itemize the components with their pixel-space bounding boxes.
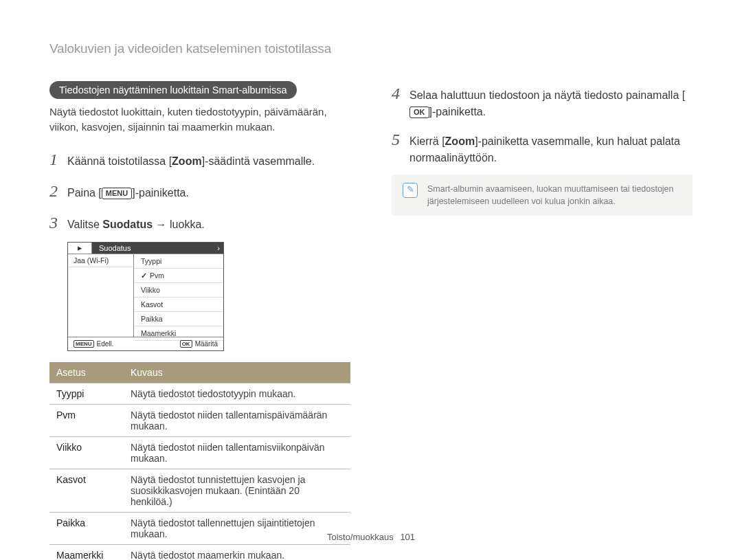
ok-key-icon: OK [180, 340, 192, 348]
screenshot-footer-right-label: Määritä [195, 340, 218, 348]
table-row: ViikkoNäytä tiedostot niiden tallentamis… [49, 437, 350, 469]
menu-key-icon: MENU [74, 340, 94, 348]
info-icon: ✎ [403, 183, 418, 198]
camera-ui-screenshot: ▸ Suodatus › Jaa (Wi-Fi) Tyyppi Pvm Viik… [67, 242, 224, 352]
table-row: MaamerkkiNäytä tiedostot maamerkin mukaa… [49, 545, 350, 560]
step-2: 2 Paina [MENU]-painiketta. [49, 179, 350, 203]
options-table: Asetus Kuvaus TyyppiNäytä tiedostot tied… [49, 362, 350, 560]
table-cell: Tyyppi [49, 383, 124, 405]
steps-list-left: 1 Käännä toistotilassa [Zoom]-säädintä v… [49, 147, 350, 235]
step-text: Valitse [67, 219, 102, 230]
chevron-right-icon: › [214, 243, 223, 254]
screenshot-right-pane: Tyyppi Pvm Viikko Kasvot Paikka Maamerkk… [134, 254, 223, 337]
table-cell: Kasvot [49, 469, 124, 513]
step-number: 2 [49, 179, 67, 203]
screenshot-left-item: Jaa (Wi-Fi) [68, 254, 133, 267]
screenshot-right-item-selected: Pvm [134, 269, 223, 283]
ok-key-icon: OK [409, 107, 429, 118]
right-column: 4 Selaa haluttuun tiedostoon ja näytä ti… [392, 81, 693, 560]
intro-text: Näytä tiedostot luokittain, kuten tiedos… [49, 104, 350, 135]
table-cell: Viikko [49, 437, 124, 469]
table-header: Asetus [49, 362, 124, 383]
screenshot-left-pane: Jaa (Wi-Fi) [68, 254, 134, 337]
page-footer: Toisto/muokkaus 101 [0, 532, 742, 542]
play-mode-icon: ▸ [68, 243, 92, 254]
step-text: ]-säädintä vasemmalle. [202, 155, 315, 167]
step-number: 1 [49, 147, 67, 172]
step-text: Paina [ [67, 187, 102, 199]
screenshot-title: Suodatus [92, 243, 214, 254]
step-1: 1 Käännä toistotilassa [Zoom]-säädintä v… [49, 147, 350, 172]
table-row: PvmNäytä tiedostot niiden tallentamispäi… [49, 405, 350, 437]
screenshot-right-item: Tyyppi [134, 254, 223, 269]
table-cell: Pvm [49, 405, 124, 437]
step-number: 5 [392, 127, 409, 152]
screenshot-right-item: Viikko [134, 283, 223, 298]
footer-page-number: 101 [400, 532, 415, 542]
step-text: Käännä toistotilassa [ [67, 155, 172, 167]
table-header: Kuvaus [124, 362, 350, 383]
table-cell: Näytä tiedostot tiedostotyypin mukaan. [124, 383, 350, 405]
table-cell: Näytä tiedostot tunnistettujen kasvojen … [124, 469, 350, 513]
screenshot-footer-left: MENU Edell. [74, 340, 114, 348]
table-row: TyyppiNäytä tiedostot tiedostotyypin muk… [49, 383, 350, 405]
footer-section: Toisto/muokkaus [327, 532, 394, 542]
section-heading: Tiedostojen näyttäminen luokittain Smart… [49, 81, 297, 99]
screenshot-footer-left-label: Edell. [97, 340, 114, 348]
step-text: ]-painiketta. [132, 187, 189, 199]
menu-key-icon: MENU [102, 188, 132, 199]
table-cell: Maamerkki [49, 545, 124, 560]
screenshot-right-item: Maamerkki [134, 326, 223, 341]
note-text: Smart-albumin avaamiseen, luokan muuttam… [427, 183, 682, 208]
screenshot-right-item: Paikka [134, 312, 223, 326]
step-text: Selaa haluttuun tiedostoon ja näytä tied… [409, 89, 685, 101]
step-bold: Zoom [445, 135, 475, 147]
step-bold: Suodatus [102, 219, 153, 230]
step-number: 3 [49, 210, 67, 235]
table-cell: Näytä tiedostot maamerkin mukaan. [124, 545, 350, 560]
info-note: ✎ Smart-albumin avaamiseen, luokan muutt… [392, 175, 693, 216]
screenshot-footer-right: OK Määritä [180, 340, 218, 348]
step-text: ]-painiketta. [429, 106, 486, 117]
screenshot-right-item: Kasvot [134, 298, 223, 312]
step-text: Kierrä [ [409, 135, 445, 147]
step-number: 4 [392, 81, 409, 106]
step-5: 5 Kierrä [Zoom]-painiketta vasemmalle, k… [392, 127, 693, 166]
step-bold: Zoom [172, 155, 202, 167]
step-4: 4 Selaa haluttuun tiedostoon ja näytä ti… [392, 81, 693, 120]
step-text: → luokka. [153, 219, 205, 230]
table-cell: Näytä tiedostot niiden tallentamispäiväm… [124, 405, 350, 437]
left-column: Tiedostojen näyttäminen luokittain Smart… [49, 81, 350, 560]
page-title: Valokuvien ja videoiden katseleminen toi… [49, 41, 693, 56]
steps-list-right: 4 Selaa haluttuun tiedostoon ja näytä ti… [392, 81, 693, 166]
table-cell: Näytä tiedostot niiden tallentamisviikon… [124, 437, 350, 469]
table-row: KasvotNäytä tiedostot tunnistettujen kas… [49, 469, 350, 513]
step-3: 3 Valitse Suodatus → luokka. [49, 210, 350, 235]
